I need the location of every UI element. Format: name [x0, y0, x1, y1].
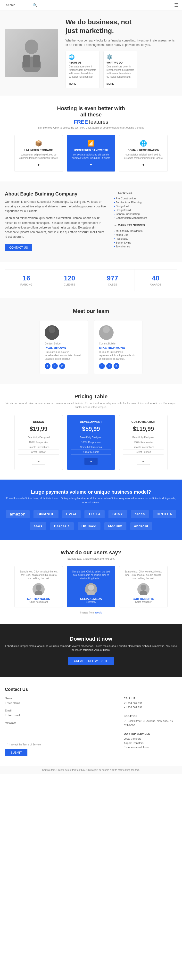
partner-binance: BINANCE	[34, 510, 59, 519]
bob-name: BOB ROBERTS	[123, 597, 164, 601]
svg-point-0	[25, 40, 38, 54]
development-name: DEVELOPMENT	[71, 420, 111, 423]
bandwidth-title: UNMETERED BANDWIDTH	[71, 149, 111, 152]
testimonials-section: What do our users say? Sample text. Clic…	[0, 540, 182, 624]
partners-heading: Large payments volume or unique business…	[5, 489, 177, 495]
domain-title: DOMAIN REGISTRATION	[123, 149, 164, 152]
mike-facebook-icon[interactable]: f	[99, 363, 105, 369]
hero-section: We do business, not just marketing. Whet…	[0, 10, 182, 95]
partner-asos: asos	[30, 522, 46, 530]
about-more-link[interactable]: MORE	[69, 83, 96, 85]
navbar: 🔍 ☰	[0, 0, 182, 10]
about-icon: 🌐	[69, 54, 96, 60]
list-item: Senior Living	[114, 241, 177, 245]
features-label: features	[89, 119, 109, 125]
footer: Sample text. Click to select this text b…	[0, 766, 182, 774]
about-title: ABOUT US	[69, 61, 96, 64]
mike-person-svg	[100, 325, 112, 340]
svg-point-11	[87, 590, 95, 595]
service3: Excursions and Tours	[124, 745, 177, 749]
email-input[interactable]	[5, 713, 117, 718]
download-text: Lobortis leo integer malesuada nunc vel …	[5, 644, 177, 652]
testimonials-heading: What do our users say?	[5, 549, 177, 556]
team-card-mike: Content Builder MIKE RICHMOND Duis aute …	[94, 320, 142, 374]
stat-awards-label: AWARDS	[142, 283, 170, 286]
mike-avatar	[99, 325, 113, 340]
stat-clients-number: 120	[56, 274, 84, 282]
partner-sony: SONY	[109, 510, 127, 519]
about-right: → SERVICES Pre-Construction Architectura…	[114, 191, 177, 252]
team-heading: Meet our team	[5, 308, 177, 314]
contact-section: Contact Us Name Email Message I accept t…	[0, 677, 182, 766]
message-textarea[interactable]	[5, 725, 117, 739]
storage-title: UNLIMITED STORAGE	[18, 149, 59, 152]
team-card-paul: Content Builder PAUL BROWN Duis aute iru…	[40, 320, 88, 374]
pricing-card-customization: CUSTOMIZATION $119,99 Beautifully Design…	[119, 415, 168, 470]
top-services-heading: OUR TOP SERVICES	[124, 732, 177, 735]
bob-role: Sales Manager	[123, 601, 164, 603]
paul-text: Duis aute irure dolor in reprehenderit i…	[45, 350, 83, 361]
svg-point-12	[140, 585, 146, 590]
partner-medium: Medium	[104, 522, 126, 530]
bob-avatar	[137, 583, 150, 595]
bandwidth-chevron[interactable]: ▼	[71, 163, 111, 167]
partner-crolla: CROLLA	[153, 510, 176, 519]
contact-heading: Contact Us	[5, 687, 177, 692]
bandwidth-text: consectetur adipiscing elit sed do eiusm…	[71, 153, 111, 160]
customization-feature-0: Beautifully Designed	[123, 435, 164, 440]
contact-us-button[interactable]: CONTACT US	[5, 244, 32, 251]
testimonials-subtitle: Sample text. Click to select the text bo…	[5, 557, 177, 560]
development-price: $59,99	[71, 425, 111, 432]
partner-tesla: TESLA	[85, 510, 105, 519]
markets-heading: → MARKETS SERVED	[114, 224, 177, 227]
features-cards: 📦 UNLIMITED STORAGE consectetur adipisci…	[5, 135, 177, 172]
customization-feature-2: Smooth Interactions	[123, 445, 164, 450]
pricing-subtitle: Vel risus commodo viverra maecenas accum…	[5, 401, 177, 409]
customization-name: CUSTOMIZATION	[123, 420, 164, 423]
search-input[interactable]	[6, 3, 33, 7]
download-heading: Download it now	[5, 636, 177, 642]
search-bar[interactable]: 🔍	[4, 2, 40, 8]
list-item: Design/Build	[114, 208, 177, 212]
hero-image	[5, 29, 58, 77]
menu-icon[interactable]: ☰	[174, 2, 178, 8]
svg-point-7	[101, 333, 111, 340]
bob-text: Sample text. Click to select the text bo…	[123, 570, 164, 580]
stat-ranking-number: 16	[13, 274, 40, 282]
create-website-button[interactable]: CREATE FREE WEBSITE	[68, 657, 114, 665]
customization-feature-1: 100% Responsive	[123, 440, 164, 445]
storage-text: consectetur adipiscing elit sed do eiusm…	[18, 153, 59, 160]
storage-chevron[interactable]: ▼	[18, 163, 59, 167]
domain-chevron[interactable]: ▼	[123, 163, 164, 167]
nat-avatar	[32, 583, 45, 595]
submit-button[interactable]: SUBMIT	[5, 749, 27, 756]
design-name: DESIGN	[18, 420, 59, 423]
paul-instagram-icon[interactable]: in	[59, 363, 65, 369]
services-list: Pre-Construction Architectural Planning …	[114, 196, 177, 220]
svg-rect-3	[33, 55, 40, 67]
markets-list: Multi-family Residential Mixed Use Hospi…	[114, 229, 177, 248]
mike-twitter-icon[interactable]: t	[106, 363, 112, 369]
stat-awards-number: 40	[142, 274, 170, 282]
mike-name: MIKE RICHMOND	[99, 346, 137, 350]
domain-text: consectetur adipiscing elit sed do eiusm…	[123, 153, 164, 160]
list-item: Architectural Planning	[114, 200, 177, 204]
mike-instagram-icon[interactable]: in	[113, 363, 120, 369]
svg-rect-2	[23, 55, 30, 67]
name-input[interactable]	[5, 700, 117, 706]
nat-person-svg	[32, 583, 45, 595]
list-item: Mixed Use	[114, 233, 177, 237]
terms-checkbox[interactable]	[5, 743, 8, 746]
paul-twitter-icon[interactable]: t	[52, 363, 58, 369]
paul-facebook-icon[interactable]: f	[45, 363, 51, 369]
hero-heading: We do business, not just marketing.	[65, 18, 177, 35]
customization-select-button[interactable]: →	[137, 458, 150, 465]
development-select-button[interactable]: →	[85, 458, 97, 465]
whatwedo-text: Duis aute irure dolor in reprehenderit i…	[107, 65, 134, 79]
stat-awards: 40 AWARDS	[134, 269, 177, 291]
list-item: Hospitality	[114, 237, 177, 241]
svg-point-5	[47, 333, 57, 340]
freepik-link[interactable]: freepik	[94, 611, 102, 614]
whatwedo-more-link[interactable]: MORE	[107, 83, 134, 85]
design-select-button[interactable]: →	[32, 458, 45, 465]
